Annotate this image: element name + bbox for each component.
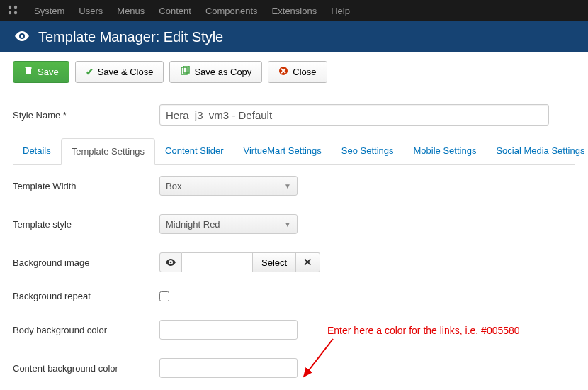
template-style-label: Template style (13, 219, 159, 230)
nav-content[interactable]: Content (152, 6, 198, 16)
apply-icon (23, 66, 33, 78)
svg-point-3 (14, 11, 17, 13)
chevron-down-icon: ▼ (284, 182, 291, 190)
template-width-label: Template Width (13, 181, 159, 191)
joomla-logo-icon (7, 4, 18, 18)
save-button[interactable]: Save (13, 61, 69, 83)
page-title: Template Manager: Edit Style (38, 29, 223, 45)
nav-extensions[interactable]: Extensions (265, 6, 324, 16)
select-image-button[interactable]: Select (253, 252, 296, 272)
svg-point-4 (21, 35, 23, 38)
save-copy-label: Save as Copy (194, 67, 251, 77)
save-close-label: Save & Close (98, 67, 154, 77)
close-button[interactable]: Close (268, 61, 327, 83)
cancel-icon (278, 66, 288, 78)
svg-point-0 (9, 5, 11, 8)
tab-social-media-settings[interactable]: Social Media Settings (486, 138, 588, 164)
save-close-button[interactable]: ✔ Save & Close (75, 61, 164, 83)
content-bg-color-input[interactable] (159, 358, 298, 378)
template-width-select[interactable]: Box ▼ (159, 176, 298, 196)
body-bg-color-label: Body background color (13, 325, 159, 335)
preview-image-button[interactable] (159, 252, 182, 272)
clear-image-button[interactable]: ✕ (296, 252, 320, 272)
close-label: Close (293, 67, 316, 77)
nav-users[interactable]: Users (72, 6, 110, 16)
tab-content-slider[interactable]: Content Slider (155, 138, 233, 164)
copy-icon (180, 66, 190, 78)
nav-help[interactable]: Help (324, 6, 357, 16)
page-header: Template Manager: Edit Style (0, 21, 588, 52)
save-copy-button[interactable]: Save as Copy (169, 61, 262, 83)
top-nav-bar: System Users Menus Content Components Ex… (0, 0, 588, 21)
chevron-down-icon: ▼ (284, 221, 291, 228)
tab-mobile-settings[interactable]: Mobile Settings (404, 138, 487, 164)
background-image-input[interactable] (182, 252, 253, 272)
nav-system[interactable]: System (27, 6, 72, 16)
content-bg-color-label: Content background color (13, 363, 159, 374)
svg-line-9 (304, 339, 333, 377)
background-repeat-checkbox[interactable] (159, 291, 169, 301)
eye-icon (14, 30, 30, 45)
eye-icon (165, 257, 176, 268)
background-repeat-label: Background repeat (13, 291, 159, 301)
check-icon: ✔ (86, 67, 94, 77)
template-style-select[interactable]: Midnight Red ▼ (159, 214, 298, 234)
tab-seo-settings[interactable]: Seo Settings (332, 138, 404, 164)
close-icon: ✕ (303, 256, 312, 269)
svg-point-8 (170, 261, 172, 263)
tab-template-settings[interactable]: Template Settings (61, 138, 155, 165)
svg-point-2 (9, 11, 11, 13)
tab-bar: Details Template Settings Content Slider… (13, 138, 575, 165)
action-toolbar: Save ✔ Save & Close Save as Copy Close (0, 52, 588, 91)
annotation-text: Enter here a color for the links, i.e. #… (327, 325, 520, 336)
annotation-arrow-icon (301, 338, 337, 380)
svg-point-1 (14, 5, 17, 8)
nav-components[interactable]: Components (198, 6, 265, 16)
tab-details[interactable]: Details (13, 138, 61, 164)
background-image-label: Background image (13, 257, 159, 268)
style-name-input[interactable] (159, 104, 549, 126)
save-label: Save (38, 67, 59, 77)
body-bg-color-input[interactable] (159, 320, 298, 340)
template-width-value: Box (166, 181, 181, 191)
style-name-label: Style Name * (13, 110, 159, 121)
template-style-value: Midnight Red (166, 219, 220, 230)
tab-virtuemart-settings[interactable]: VirtueMart Settings (233, 138, 331, 164)
nav-menus[interactable]: Menus (110, 6, 152, 16)
